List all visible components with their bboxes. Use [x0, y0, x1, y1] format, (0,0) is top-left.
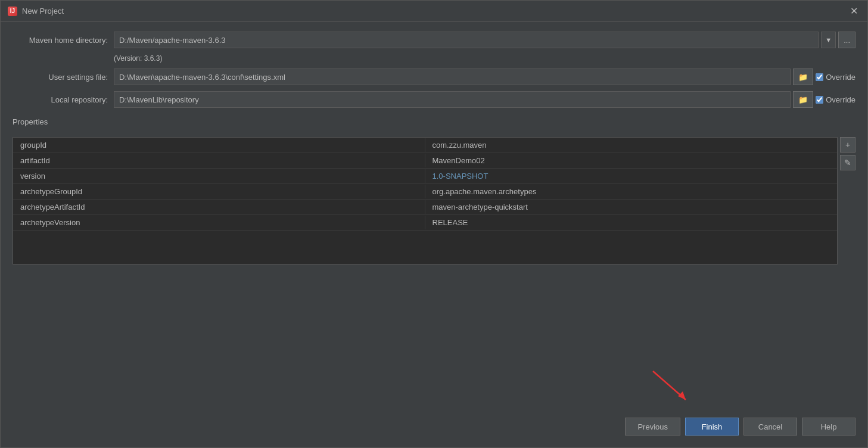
help-button[interactable]: Help — [802, 418, 855, 435]
local-repo-input[interactable] — [114, 91, 791, 108]
properties-label: Properties — [13, 117, 855, 126]
prop-row-archetype-groupid: archetypeGroupId org.apache.maven.archet… — [13, 184, 837, 200]
maven-home-label: Maven home directory: — [13, 36, 108, 45]
bottom-area: Previous Finish Cancel Help https://blog… — [1, 407, 867, 447]
local-repo-override-checkbox[interactable] — [816, 96, 823, 104]
maven-home-input-group: ▼ ... — [114, 32, 855, 48]
finish-button[interactable]: Finish — [685, 418, 739, 435]
maven-home-browse[interactable]: ... — [838, 32, 855, 48]
local-repo-label: Local repository: — [13, 95, 108, 104]
prop-row-groupid: groupId com.zzu.maven — [13, 138, 837, 153]
properties-table: groupId com.zzu.maven artifactId MavenDe… — [13, 137, 838, 265]
empty-space — [13, 270, 855, 398]
user-settings-input-group: 📁 Override — [114, 69, 855, 85]
prop-value-version: 1.0-SNAPSHOT — [425, 169, 838, 183]
new-project-dialog: IJ New Project ✕ Maven home directory: ▼… — [0, 0, 868, 448]
bottom-bar: Previous Finish Cancel Help — [13, 418, 855, 435]
maven-version: (Version: 3.6.3) — [114, 54, 855, 63]
properties-container: groupId com.zzu.maven artifactId MavenDe… — [13, 137, 855, 265]
maven-home-row: Maven home directory: ▼ ... — [13, 32, 855, 48]
add-property-button[interactable]: + — [840, 137, 855, 153]
local-repo-input-group: 📁 Override — [114, 91, 855, 108]
title-bar: IJ New Project ✕ — [1, 1, 867, 22]
prop-key-archetype-version: archetypeVersion — [13, 216, 425, 229]
prop-value-archetype-artifactid: maven-archetype-quickstart — [425, 200, 838, 214]
prop-value-artifactid: MavenDemo02 — [425, 154, 838, 167]
prop-key-artifactid: artifactId — [13, 154, 425, 167]
maven-home-input[interactable] — [114, 32, 819, 48]
properties-table-inner: groupId com.zzu.maven artifactId MavenDe… — [13, 138, 837, 231]
cancel-button[interactable]: Cancel — [743, 418, 797, 435]
dialog-content: Maven home directory: ▼ ... (Version: 3.… — [1, 22, 867, 407]
prop-value-archetype-groupid: org.apache.maven.archetypes — [425, 185, 838, 198]
prop-row-archetype-version: archetypeVersion RELEASE — [13, 215, 837, 231]
prop-row-version: version 1.0-SNAPSHOT — [13, 169, 837, 184]
app-icon: IJ — [8, 7, 17, 16]
maven-home-dropdown[interactable]: ▼ — [821, 32, 836, 48]
user-settings-override-label: Override — [816, 73, 855, 82]
prop-key-archetype-groupid: archetypeGroupId — [13, 185, 425, 198]
user-settings-override-text: Override — [826, 73, 855, 82]
user-settings-label: User settings file: — [13, 73, 108, 82]
dialog-title: New Project — [22, 7, 64, 15]
previous-button[interactable]: Previous — [625, 418, 680, 435]
side-buttons: + ✎ — [840, 137, 855, 265]
user-settings-browse[interactable]: 📁 — [793, 69, 813, 85]
properties-section: Properties — [13, 117, 855, 129]
close-button[interactable]: ✕ — [848, 7, 860, 16]
prop-value-archetype-version: RELEASE — [425, 216, 838, 229]
prop-key-version: version — [13, 169, 425, 183]
prop-key-groupid: groupId — [13, 138, 425, 152]
local-repo-browse[interactable]: 📁 — [793, 91, 813, 108]
title-bar-left: IJ New Project — [8, 7, 64, 16]
user-settings-override-checkbox[interactable] — [816, 73, 823, 81]
user-settings-row: User settings file: 📁 Override — [13, 69, 855, 85]
local-repo-override-text: Override — [826, 95, 855, 104]
prop-row-artifactid: artifactId MavenDemo02 — [13, 153, 837, 169]
local-repo-override-label: Override — [816, 95, 855, 104]
edit-property-button[interactable]: ✎ — [840, 155, 855, 170]
prop-value-groupid: com.zzu.maven — [425, 138, 838, 152]
local-repo-row: Local repository: 📁 Override — [13, 91, 855, 108]
prop-row-archetype-artifactid: archetypeArtifactId maven-archetype-quic… — [13, 200, 837, 215]
prop-key-archetype-artifactid: archetypeArtifactId — [13, 200, 425, 214]
user-settings-input[interactable] — [114, 69, 791, 85]
